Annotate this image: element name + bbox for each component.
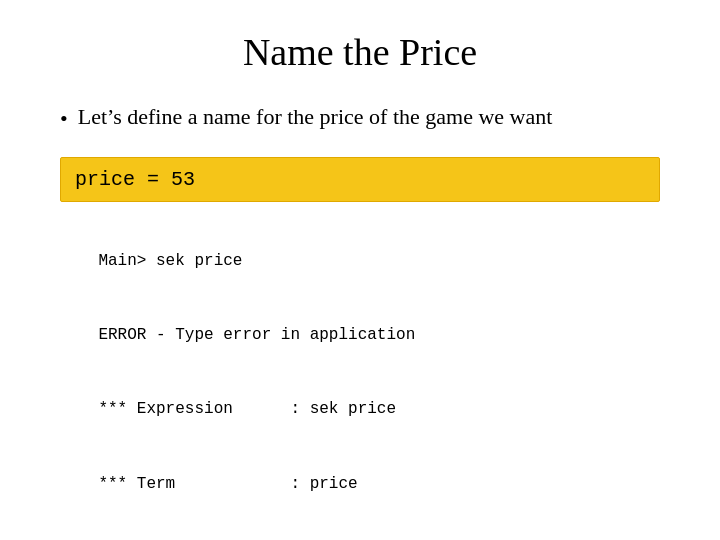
bullet-text: Let’s define a name for the price of the… [78,102,553,133]
code-highlight-text: price = 53 [75,168,195,191]
output-line-3: *** Expression : sek price [98,400,396,418]
output-line-2: ERROR - Type error in application [98,326,415,344]
slide-title: Name the Price [60,30,660,74]
code-output-block: Main> sek price ERROR - Type error in ap… [60,224,660,540]
bullet-dot: • [60,104,68,135]
code-highlight-block: price = 53 [60,157,660,202]
output-line-1: Main> sek price [98,252,242,270]
bullet-item: • Let’s define a name for the price of t… [60,102,660,135]
bullet-section: • Let’s define a name for the price of t… [60,102,660,135]
output-line-4: *** Term : price [98,475,357,493]
slide: Name the Price • Let’s define a name for… [0,0,720,540]
